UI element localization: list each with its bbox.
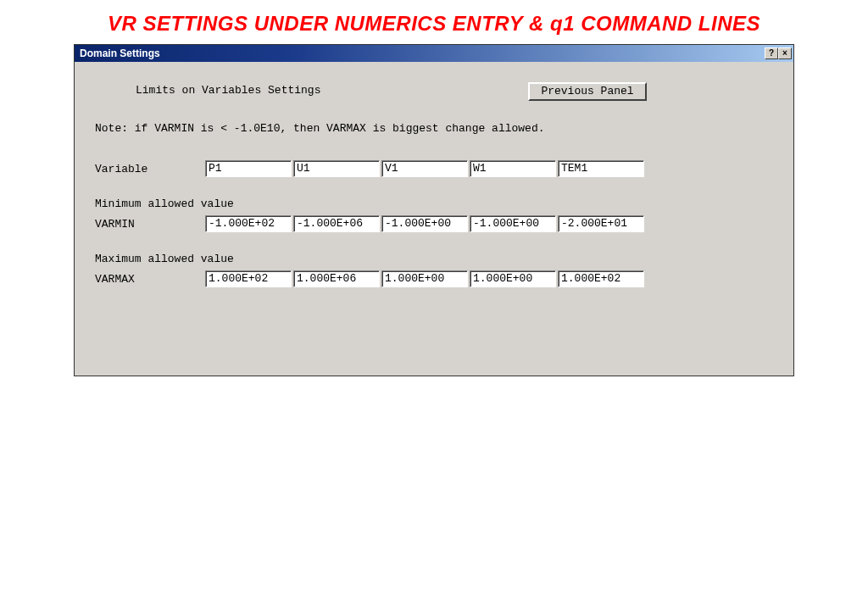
page-heading: VR SETTINGS UNDER NUMERICS ENTRY & q1 CO… bbox=[0, 0, 868, 44]
titlebar-buttons: ? × bbox=[765, 47, 792, 59]
variable-row: Variable P1 U1 V1 W1 TEM1 bbox=[95, 160, 773, 177]
varmin-field-2[interactable]: -1.000E+00 bbox=[381, 215, 468, 232]
window-title: Domain Settings bbox=[80, 47, 160, 59]
variable-fields: P1 U1 V1 W1 TEM1 bbox=[205, 160, 644, 177]
varmax-row: VARMAX 1.000E+02 1.000E+06 1.000E+00 1.0… bbox=[95, 270, 773, 287]
varmax-field-0[interactable]: 1.000E+02 bbox=[205, 270, 292, 287]
varmin-row: VARMIN -1.000E+02 -1.000E+06 -1.000E+00 … bbox=[95, 215, 773, 232]
varmin-field-3[interactable]: -1.000E+00 bbox=[470, 215, 556, 232]
varmax-fields: 1.000E+02 1.000E+06 1.000E+00 1.000E+00 … bbox=[205, 270, 644, 287]
varmax-field-3[interactable]: 1.000E+00 bbox=[470, 270, 556, 287]
note-text: Note: if VARMIN is < -1.0E10, then VARMA… bbox=[95, 122, 773, 135]
variable-field-v1[interactable]: V1 bbox=[381, 160, 468, 177]
varmin-label: VARMIN bbox=[95, 218, 205, 231]
varmin-field-4[interactable]: -2.000E+01 bbox=[558, 215, 644, 232]
varmax-field-2[interactable]: 1.000E+00 bbox=[381, 270, 468, 287]
varmin-field-1[interactable]: -1.000E+06 bbox=[293, 215, 380, 232]
variable-field-u1[interactable]: U1 bbox=[293, 160, 380, 177]
panel-body: Limits on Variables Settings Previous Pa… bbox=[75, 62, 793, 376]
varmin-fields: -1.000E+02 -1.000E+06 -1.000E+00 -1.000E… bbox=[205, 215, 644, 232]
help-button[interactable]: ? bbox=[765, 47, 778, 59]
variable-field-tem1[interactable]: TEM1 bbox=[558, 160, 644, 177]
min-section-label: Minimum allowed value bbox=[95, 198, 773, 210]
close-button[interactable]: × bbox=[778, 47, 792, 59]
max-section-label: Maximum allowed value bbox=[95, 253, 773, 265]
varmax-field-4[interactable]: 1.000E+02 bbox=[558, 270, 644, 287]
variable-field-p1[interactable]: P1 bbox=[205, 160, 292, 177]
varmin-field-0[interactable]: -1.000E+02 bbox=[205, 215, 292, 232]
window-titlebar: Domain Settings ? × bbox=[75, 45, 793, 62]
domain-settings-window: Domain Settings ? × Limits on Variables … bbox=[74, 44, 794, 376]
varmax-label: VARMAX bbox=[95, 273, 205, 286]
variable-label: Variable bbox=[95, 163, 205, 175]
variable-field-w1[interactable]: W1 bbox=[470, 160, 556, 177]
panel-title: Limits on Variables Settings bbox=[136, 84, 320, 97]
previous-panel-button[interactable]: Previous Panel bbox=[528, 82, 647, 101]
varmax-field-1[interactable]: 1.000E+06 bbox=[293, 270, 380, 287]
